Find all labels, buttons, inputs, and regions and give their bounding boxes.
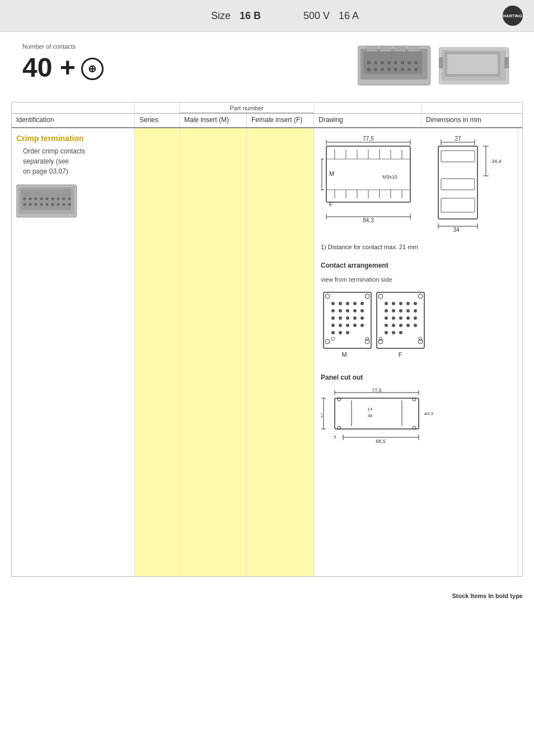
svg-text:34,4: 34,4	[491, 158, 502, 164]
product-image-2	[439, 43, 512, 91]
svg-point-136	[399, 302, 402, 305]
svg-point-115	[339, 316, 342, 320]
product-image-1	[358, 43, 433, 91]
col-identification: Identification	[12, 114, 135, 127]
svg-point-16	[374, 68, 377, 71]
svg-text:77,5: 77,5	[372, 388, 382, 393]
svg-point-32	[24, 198, 26, 200]
svg-point-121	[346, 324, 349, 327]
contact-arrangement-diagram: M F	[321, 290, 433, 362]
svg-point-36	[46, 198, 49, 200]
svg-point-120	[339, 324, 342, 327]
column-headers: Identification Series Male insert (M) Fe…	[12, 114, 522, 128]
svg-point-130	[378, 294, 383, 298]
svg-point-100	[325, 294, 330, 298]
svg-point-101	[365, 294, 369, 298]
crimp-sub-1: Order crimp contacts separately (see	[23, 146, 130, 166]
svg-rect-6	[408, 46, 419, 52]
svg-point-133	[418, 339, 423, 344]
svg-point-124	[331, 331, 335, 334]
svg-rect-28	[447, 54, 498, 74]
svg-point-113	[360, 309, 364, 312]
svg-point-40	[68, 198, 71, 200]
cell-series	[135, 128, 180, 576]
col-dimensions: Dimensions in mm	[421, 114, 522, 127]
cell-dimensions	[518, 128, 534, 576]
col-series: Series	[135, 114, 180, 127]
contacts-label: Number of contacts	[22, 43, 104, 50]
svg-point-135	[392, 302, 395, 305]
contacts-info: Number of contacts 40 + ⊕	[22, 43, 104, 83]
cell-identification: Crimp termination Order crimp contacts s…	[12, 128, 135, 576]
svg-point-18	[387, 68, 391, 71]
svg-text:M: M	[329, 170, 334, 177]
svg-point-17	[381, 68, 384, 71]
svg-point-125	[339, 331, 342, 334]
svg-point-112	[353, 309, 357, 312]
svg-point-157	[379, 337, 382, 340]
svg-point-134	[385, 302, 388, 305]
svg-point-154	[385, 331, 388, 334]
svg-point-44	[40, 203, 43, 206]
svg-point-146	[399, 316, 402, 320]
svg-point-108	[360, 302, 364, 305]
svg-point-145	[392, 316, 395, 320]
top-section: Number of contacts 40 + ⊕	[0, 32, 534, 96]
svg-text:84,3: 84,3	[363, 217, 374, 223]
svg-point-119	[331, 324, 335, 327]
svg-point-152	[406, 324, 410, 327]
cell-male-insert	[180, 128, 247, 576]
svg-rect-90	[441, 198, 475, 212]
footer-text: Stock Items In bold type	[452, 592, 523, 599]
drawing-area: 77,5 27	[321, 134, 511, 444]
main-table-area: Part number Identification Series Male i…	[11, 102, 523, 577]
svg-text:F: F	[329, 201, 333, 208]
svg-point-11	[394, 61, 397, 64]
contacts-value: 40 + ⊕	[22, 52, 104, 83]
svg-rect-165	[335, 398, 419, 429]
svg-point-8	[374, 61, 377, 64]
svg-point-45	[46, 203, 49, 206]
svg-point-42	[29, 203, 32, 206]
contact-arrangement-title: Contact arrangement	[321, 262, 511, 269]
svg-rect-88	[441, 151, 475, 162]
svg-point-131	[418, 294, 423, 298]
svg-text:68,5: 68,5	[376, 438, 386, 444]
svg-point-143	[414, 309, 417, 312]
svg-point-47	[57, 203, 60, 206]
svg-point-33	[29, 198, 32, 200]
svg-point-37	[51, 198, 54, 200]
header-right: HARTING	[503, 6, 523, 26]
svg-point-126	[346, 331, 349, 334]
svg-point-106	[346, 302, 349, 305]
svg-point-21	[407, 68, 411, 71]
main-drawing: 77,5 27	[321, 134, 511, 235]
svg-text:34: 34	[453, 227, 460, 233]
size-value: 16 B	[240, 10, 261, 22]
svg-point-49	[68, 203, 71, 206]
svg-point-149	[385, 324, 388, 327]
svg-point-116	[346, 316, 349, 320]
svg-point-153	[414, 324, 417, 327]
svg-point-155	[392, 331, 395, 334]
svg-point-43	[35, 203, 38, 206]
panel-cutout-title: Panel cut out	[321, 374, 511, 381]
size-label: Size	[211, 10, 231, 22]
voltage-value: 500 V	[303, 10, 330, 22]
drawing-note-1: 1) Distance for contact max. 21 mm	[321, 244, 511, 250]
svg-point-158	[419, 337, 422, 340]
svg-point-123	[360, 324, 364, 327]
svg-text:F: F	[399, 351, 402, 358]
svg-point-132	[378, 339, 383, 344]
svg-point-111	[346, 309, 349, 312]
contact-arrangement-sub: view from termination side	[321, 276, 511, 283]
svg-point-19	[394, 68, 397, 71]
svg-point-122	[353, 324, 357, 327]
col-male-insert: Male insert (M)	[180, 114, 247, 127]
cell-female-insert	[247, 128, 314, 576]
svg-point-35	[40, 198, 43, 200]
footer: Stock Items In bold type	[0, 588, 534, 604]
svg-text:5: 5	[334, 435, 336, 440]
panel-cutout-diagram: 77,5 27 14	[321, 388, 444, 444]
svg-point-109	[331, 309, 335, 312]
